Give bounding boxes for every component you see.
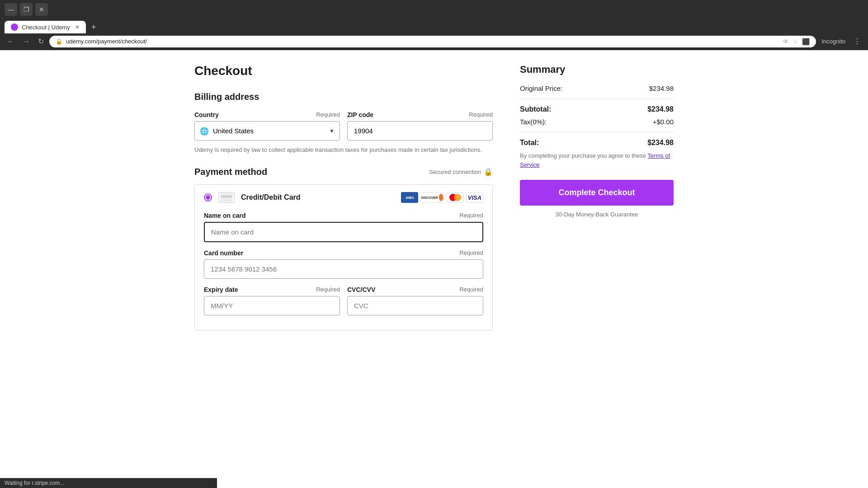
country-label: Country: [194, 111, 219, 118]
subtotal-label: Subtotal:: [520, 105, 551, 113]
expiry-cvc-row: Expiry date Required CVC/CVV Required: [204, 286, 483, 323]
summary-divider-2: [520, 132, 674, 132]
incognito-label: Incognito: [819, 36, 848, 47]
name-on-card-row: Name on card Required: [204, 212, 483, 242]
card-number-input[interactable]: [204, 259, 483, 279]
cvc-label: CVC/CVV: [347, 286, 375, 293]
address-bar-row: ← → ↻ 🔒 udemy.com/payment/checkout/ 👁 ☆ …: [0, 33, 868, 50]
country-label-row: Country Required: [194, 111, 340, 118]
page-title: Checkout: [194, 64, 493, 78]
page-layout: Checkout Billing address Country Require…: [185, 50, 683, 344]
minimize-button[interactable]: —: [5, 3, 17, 16]
credit-card-icon: [218, 192, 235, 203]
tos-text: By completing your purchase you agree to…: [520, 151, 674, 169]
payment-option-card: Credit/Debit Card AMEX DISCOVER: [194, 184, 493, 330]
secured-badge: Secured connection 🔒: [429, 168, 493, 176]
original-price-line: Original Price: $234.98: [520, 84, 674, 92]
country-required: Required: [316, 111, 340, 118]
refresh-button[interactable]: ↻: [35, 35, 47, 47]
tab-close-button[interactable]: ✕: [75, 24, 80, 30]
expiry-label: Expiry date: [204, 286, 238, 293]
payment-method-section: Payment method Secured connection 🔒: [194, 167, 493, 330]
summary-title: Summary: [520, 64, 674, 75]
payment-section-header: Payment method Secured connection 🔒: [194, 167, 493, 177]
lock-icon: 🔒: [484, 168, 493, 176]
country-field-group: Country Required 🌐 United States ▼: [194, 111, 340, 141]
address-lock-icon: 🔒: [56, 38, 62, 45]
name-on-card-label: Name on card: [204, 212, 246, 219]
close-button[interactable]: ✕: [35, 3, 48, 16]
tax-notice: Udemy is required by law to collect appl…: [194, 146, 493, 154]
maximize-button[interactable]: ❐: [20, 3, 33, 16]
zip-field-group: ZIP code Required: [347, 111, 493, 141]
tax-label: Tax(0%):: [520, 118, 547, 126]
sidebar-icon: ⬛: [802, 38, 810, 45]
total-label: Total:: [520, 139, 539, 147]
eye-slash-icon: 👁: [783, 38, 789, 45]
expiry-row: Expiry date Required: [204, 286, 340, 315]
new-tab-button[interactable]: +: [88, 23, 100, 32]
total-value: $234.98: [647, 139, 674, 147]
mastercard-logo: [446, 192, 463, 203]
billing-address-section: Billing address Country Required 🌐 Unite…: [194, 92, 493, 154]
expiry-required: Required: [316, 286, 340, 293]
card-number-label: Card number: [204, 249, 243, 257]
zip-required: Required: [469, 111, 493, 118]
secured-label: Secured connection: [429, 169, 481, 175]
cvc-row: CVC/CVV Required: [347, 286, 483, 315]
tab-favicon: [11, 23, 18, 31]
tax-value: +$0.00: [653, 118, 674, 126]
money-back-guarantee: 30-Day Money-Back Guarantee: [520, 211, 674, 218]
zip-label: ZIP code: [347, 111, 373, 118]
svg-rect-1: [221, 196, 232, 197]
radio-dot: [206, 195, 210, 200]
card-number-required: Required: [459, 249, 483, 257]
subtotal-value: $234.98: [647, 105, 674, 113]
chevron-down-icon: ▼: [329, 128, 335, 134]
main-content: Checkout Billing address Country Require…: [194, 64, 493, 330]
expiry-label-row: Expiry date Required: [204, 286, 340, 293]
globe-icon: 🌐: [200, 127, 209, 135]
tab-bar: Checkout | Udemy ✕ +: [0, 19, 868, 33]
window-controls[interactable]: — ❐ ✕: [5, 3, 48, 16]
browser-right-icons: Incognito ⋮: [819, 35, 863, 47]
card-number-label-row: Card number Required: [204, 249, 483, 257]
tab-title: Checkout | Udemy: [22, 24, 70, 31]
card-number-row: Card number Required: [204, 249, 483, 279]
billing-fields: Country Required 🌐 United States ▼ ZIP: [194, 111, 493, 141]
country-select[interactable]: United States: [194, 121, 340, 141]
name-required: Required: [459, 212, 483, 219]
summary-divider-1: [520, 99, 674, 99]
original-price-value: $234.98: [649, 84, 674, 92]
payment-section-title: Payment method: [194, 167, 267, 177]
amex-logo: AMEX: [401, 192, 418, 203]
star-icon: ☆: [793, 38, 798, 45]
subtotal-line: Subtotal: $234.98: [520, 105, 674, 113]
total-line: Total: $234.98: [520, 139, 674, 147]
active-tab[interactable]: Checkout | Udemy ✕: [5, 21, 86, 33]
payment-option-header: Credit/Debit Card AMEX DISCOVER: [204, 192, 483, 203]
country-select-wrapper: 🌐 United States ▼: [194, 121, 340, 141]
forward-button[interactable]: →: [20, 36, 33, 47]
zip-input[interactable]: [347, 121, 493, 141]
radio-credit-card[interactable]: [204, 193, 212, 202]
card-logos: AMEX DISCOVER VISA: [401, 192, 483, 203]
summary-sidebar: Summary Original Price: $234.98 Subtotal…: [520, 64, 674, 330]
cvc-label-row: CVC/CVV Required: [347, 286, 483, 293]
back-button[interactable]: ←: [5, 36, 17, 47]
more-options-button[interactable]: ⋮: [851, 35, 863, 47]
address-bar-icons: 👁 ☆ ⬛: [783, 38, 810, 45]
visa-logo: VISA: [466, 192, 483, 203]
cvc-input[interactable]: [347, 296, 483, 315]
original-price-label: Original Price:: [520, 84, 562, 92]
zip-label-row: ZIP code Required: [347, 111, 493, 118]
name-label-row: Name on card Required: [204, 212, 483, 219]
expiry-input[interactable]: [204, 296, 340, 315]
billing-section-title: Billing address: [194, 92, 493, 102]
discover-logo: DISCOVER: [421, 192, 443, 203]
address-bar[interactable]: 🔒 udemy.com/payment/checkout/ 👁 ☆ ⬛: [49, 36, 816, 47]
cvc-required: Required: [459, 286, 483, 293]
address-url: udemy.com/payment/checkout/: [66, 38, 779, 45]
complete-checkout-button[interactable]: Complete Checkout: [520, 180, 674, 206]
name-on-card-input[interactable]: [204, 222, 483, 242]
